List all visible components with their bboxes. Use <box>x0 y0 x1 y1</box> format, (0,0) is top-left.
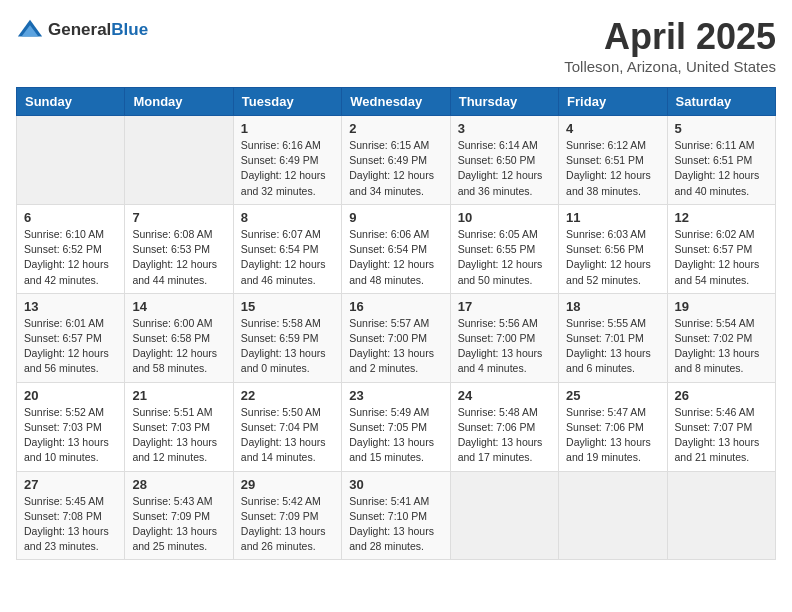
weekday-header-row: SundayMondayTuesdayWednesdayThursdayFrid… <box>17 88 776 116</box>
day-number: 17 <box>458 299 551 314</box>
day-number: 19 <box>675 299 768 314</box>
day-number: 6 <box>24 210 117 225</box>
day-number: 12 <box>675 210 768 225</box>
day-info: Sunrise: 5:54 AM Sunset: 7:02 PM Dayligh… <box>675 316 768 377</box>
page-header: GeneralBlue April 2025 Tolleson, Arizona… <box>16 16 776 75</box>
day-number: 27 <box>24 477 117 492</box>
day-number: 13 <box>24 299 117 314</box>
day-info: Sunrise: 5:50 AM Sunset: 7:04 PM Dayligh… <box>241 405 334 466</box>
calendar-table: SundayMondayTuesdayWednesdayThursdayFrid… <box>16 87 776 560</box>
day-number: 15 <box>241 299 334 314</box>
calendar-cell: 8Sunrise: 6:07 AM Sunset: 6:54 PM Daylig… <box>233 204 341 293</box>
calendar-cell <box>667 471 775 560</box>
day-number: 14 <box>132 299 225 314</box>
title-area: April 2025 Tolleson, Arizona, United Sta… <box>564 16 776 75</box>
calendar-cell: 28Sunrise: 5:43 AM Sunset: 7:09 PM Dayli… <box>125 471 233 560</box>
weekday-header-friday: Friday <box>559 88 667 116</box>
calendar-cell: 16Sunrise: 5:57 AM Sunset: 7:00 PM Dayli… <box>342 293 450 382</box>
day-info: Sunrise: 5:43 AM Sunset: 7:09 PM Dayligh… <box>132 494 225 555</box>
day-info: Sunrise: 6:08 AM Sunset: 6:53 PM Dayligh… <box>132 227 225 288</box>
day-info: Sunrise: 5:58 AM Sunset: 6:59 PM Dayligh… <box>241 316 334 377</box>
weekday-header-thursday: Thursday <box>450 88 558 116</box>
day-info: Sunrise: 6:16 AM Sunset: 6:49 PM Dayligh… <box>241 138 334 199</box>
day-info: Sunrise: 6:07 AM Sunset: 6:54 PM Dayligh… <box>241 227 334 288</box>
calendar-cell: 30Sunrise: 5:41 AM Sunset: 7:10 PM Dayli… <box>342 471 450 560</box>
day-info: Sunrise: 5:47 AM Sunset: 7:06 PM Dayligh… <box>566 405 659 466</box>
calendar-cell: 18Sunrise: 5:55 AM Sunset: 7:01 PM Dayli… <box>559 293 667 382</box>
calendar-cell: 3Sunrise: 6:14 AM Sunset: 6:50 PM Daylig… <box>450 116 558 205</box>
day-info: Sunrise: 5:57 AM Sunset: 7:00 PM Dayligh… <box>349 316 442 377</box>
day-number: 30 <box>349 477 442 492</box>
day-info: Sunrise: 5:41 AM Sunset: 7:10 PM Dayligh… <box>349 494 442 555</box>
calendar-cell: 6Sunrise: 6:10 AM Sunset: 6:52 PM Daylig… <box>17 204 125 293</box>
calendar-cell: 13Sunrise: 6:01 AM Sunset: 6:57 PM Dayli… <box>17 293 125 382</box>
calendar-cell: 19Sunrise: 5:54 AM Sunset: 7:02 PM Dayli… <box>667 293 775 382</box>
day-number: 23 <box>349 388 442 403</box>
day-info: Sunrise: 5:52 AM Sunset: 7:03 PM Dayligh… <box>24 405 117 466</box>
logo-text: GeneralBlue <box>48 20 148 40</box>
month-title: April 2025 <box>564 16 776 58</box>
week-row-1: 6Sunrise: 6:10 AM Sunset: 6:52 PM Daylig… <box>17 204 776 293</box>
day-info: Sunrise: 5:46 AM Sunset: 7:07 PM Dayligh… <box>675 405 768 466</box>
day-info: Sunrise: 5:45 AM Sunset: 7:08 PM Dayligh… <box>24 494 117 555</box>
calendar-cell: 4Sunrise: 6:12 AM Sunset: 6:51 PM Daylig… <box>559 116 667 205</box>
day-number: 8 <box>241 210 334 225</box>
day-number: 11 <box>566 210 659 225</box>
calendar-cell: 22Sunrise: 5:50 AM Sunset: 7:04 PM Dayli… <box>233 382 341 471</box>
day-number: 10 <box>458 210 551 225</box>
day-info: Sunrise: 6:05 AM Sunset: 6:55 PM Dayligh… <box>458 227 551 288</box>
calendar-cell: 9Sunrise: 6:06 AM Sunset: 6:54 PM Daylig… <box>342 204 450 293</box>
day-info: Sunrise: 6:11 AM Sunset: 6:51 PM Dayligh… <box>675 138 768 199</box>
logo: GeneralBlue <box>16 16 148 44</box>
calendar-cell: 1Sunrise: 6:16 AM Sunset: 6:49 PM Daylig… <box>233 116 341 205</box>
day-number: 21 <box>132 388 225 403</box>
day-number: 25 <box>566 388 659 403</box>
day-number: 26 <box>675 388 768 403</box>
calendar-cell: 10Sunrise: 6:05 AM Sunset: 6:55 PM Dayli… <box>450 204 558 293</box>
day-number: 18 <box>566 299 659 314</box>
day-info: Sunrise: 6:01 AM Sunset: 6:57 PM Dayligh… <box>24 316 117 377</box>
day-number: 5 <box>675 121 768 136</box>
day-number: 3 <box>458 121 551 136</box>
calendar-cell: 12Sunrise: 6:02 AM Sunset: 6:57 PM Dayli… <box>667 204 775 293</box>
day-info: Sunrise: 6:15 AM Sunset: 6:49 PM Dayligh… <box>349 138 442 199</box>
day-info: Sunrise: 6:14 AM Sunset: 6:50 PM Dayligh… <box>458 138 551 199</box>
calendar-cell: 21Sunrise: 5:51 AM Sunset: 7:03 PM Dayli… <box>125 382 233 471</box>
day-info: Sunrise: 5:55 AM Sunset: 7:01 PM Dayligh… <box>566 316 659 377</box>
day-info: Sunrise: 6:06 AM Sunset: 6:54 PM Dayligh… <box>349 227 442 288</box>
weekday-header-sunday: Sunday <box>17 88 125 116</box>
day-number: 24 <box>458 388 551 403</box>
day-number: 9 <box>349 210 442 225</box>
day-number: 7 <box>132 210 225 225</box>
calendar-cell: 26Sunrise: 5:46 AM Sunset: 7:07 PM Dayli… <box>667 382 775 471</box>
calendar-cell: 14Sunrise: 6:00 AM Sunset: 6:58 PM Dayli… <box>125 293 233 382</box>
week-row-3: 20Sunrise: 5:52 AM Sunset: 7:03 PM Dayli… <box>17 382 776 471</box>
day-number: 4 <box>566 121 659 136</box>
day-number: 2 <box>349 121 442 136</box>
calendar-cell: 11Sunrise: 6:03 AM Sunset: 6:56 PM Dayli… <box>559 204 667 293</box>
calendar-cell: 24Sunrise: 5:48 AM Sunset: 7:06 PM Dayli… <box>450 382 558 471</box>
day-number: 1 <box>241 121 334 136</box>
logo-general: General <box>48 20 111 39</box>
calendar-cell: 29Sunrise: 5:42 AM Sunset: 7:09 PM Dayli… <box>233 471 341 560</box>
calendar-cell <box>450 471 558 560</box>
day-info: Sunrise: 5:48 AM Sunset: 7:06 PM Dayligh… <box>458 405 551 466</box>
logo-blue: Blue <box>111 20 148 39</box>
logo-icon <box>16 16 44 44</box>
location-title: Tolleson, Arizona, United States <box>564 58 776 75</box>
weekday-header-tuesday: Tuesday <box>233 88 341 116</box>
day-info: Sunrise: 5:51 AM Sunset: 7:03 PM Dayligh… <box>132 405 225 466</box>
weekday-header-wednesday: Wednesday <box>342 88 450 116</box>
day-info: Sunrise: 5:56 AM Sunset: 7:00 PM Dayligh… <box>458 316 551 377</box>
day-number: 29 <box>241 477 334 492</box>
day-number: 16 <box>349 299 442 314</box>
day-number: 28 <box>132 477 225 492</box>
weekday-header-monday: Monday <box>125 88 233 116</box>
calendar-cell: 25Sunrise: 5:47 AM Sunset: 7:06 PM Dayli… <box>559 382 667 471</box>
week-row-4: 27Sunrise: 5:45 AM Sunset: 7:08 PM Dayli… <box>17 471 776 560</box>
day-info: Sunrise: 5:49 AM Sunset: 7:05 PM Dayligh… <box>349 405 442 466</box>
day-number: 22 <box>241 388 334 403</box>
calendar-cell: 7Sunrise: 6:08 AM Sunset: 6:53 PM Daylig… <box>125 204 233 293</box>
day-info: Sunrise: 6:00 AM Sunset: 6:58 PM Dayligh… <box>132 316 225 377</box>
day-info: Sunrise: 6:02 AM Sunset: 6:57 PM Dayligh… <box>675 227 768 288</box>
